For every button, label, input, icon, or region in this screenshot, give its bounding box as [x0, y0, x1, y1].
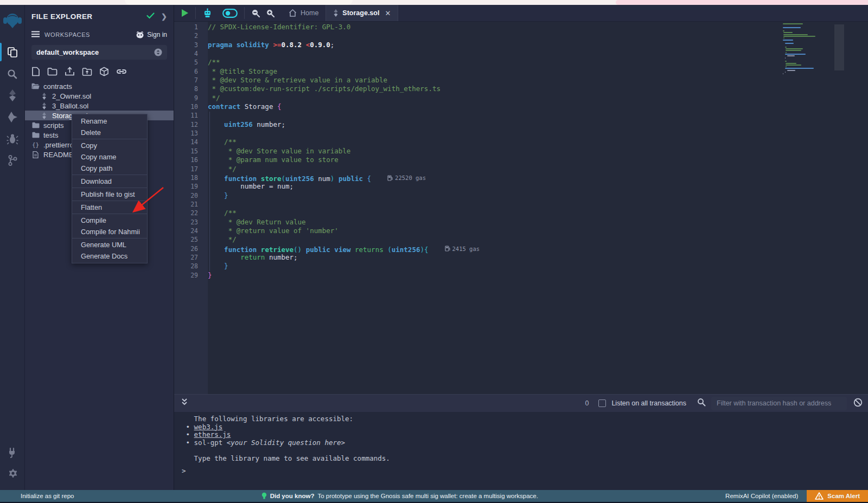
- line-number[interactable]: 25: [174, 235, 198, 244]
- folder-open-icon: [31, 83, 40, 89]
- line-number[interactable]: 1: [174, 23, 198, 31]
- line-number[interactable]: 10: [174, 102, 198, 111]
- line-number[interactable]: 4: [174, 49, 198, 58]
- terminal-search-icon[interactable]: [697, 398, 706, 409]
- line-number[interactable]: 27: [174, 253, 198, 262]
- code-text: * @dev Store & retrieve value in a varia…: [208, 76, 387, 85]
- editor-scrollbar-thumb[interactable]: [834, 24, 844, 70]
- terminal-link-ethers-js[interactable]: ethers.js: [194, 430, 231, 438]
- minimap-line: [786, 66, 787, 67]
- tree-item-contracts[interactable]: contracts: [25, 81, 174, 91]
- new-folder-icon[interactable]: [47, 67, 58, 76]
- rail-file-explorer-icon[interactable]: [0, 41, 25, 63]
- line-number[interactable]: 6: [174, 67, 198, 76]
- workspace-select-spinner-icon: [154, 48, 162, 56]
- code-editor[interactable]: 1// SPDX-License-Identifier: GPL-3.023pr…: [174, 22, 868, 394]
- rail-settings-gear-icon[interactable]: [0, 463, 25, 485]
- line-number[interactable]: 19: [174, 182, 198, 191]
- line-number[interactable]: 24: [174, 227, 198, 235]
- line-number[interactable]: 9: [174, 94, 198, 102]
- zoom-out-icon[interactable]: [245, 5, 263, 21]
- code-line: 7 * @dev Store & retrieve value in a var…: [174, 76, 868, 85]
- code-line: 16 * @param num value to store: [174, 156, 868, 164]
- workspace-select[interactable]: default_workspace: [31, 45, 167, 60]
- line-number[interactable]: 8: [174, 85, 198, 93]
- line-number[interactable]: 12: [174, 120, 198, 129]
- line-number[interactable]: 16: [174, 156, 198, 164]
- line-number[interactable]: 26: [174, 244, 198, 253]
- rail-git-icon[interactable]: [0, 150, 25, 171]
- rail-solidity-compiler-icon[interactable]: [0, 85, 25, 106]
- editor-minimap[interactable]: [783, 23, 832, 75]
- panel-collapse-chevron-icon[interactable]: ❯: [161, 12, 167, 21]
- terminal-prompt[interactable]: >: [182, 467, 868, 475]
- remix-logo-icon[interactable]: [0, 8, 25, 34]
- context-menu-item-copy[interactable]: Copy: [72, 140, 147, 151]
- tab-home[interactable]: Home: [282, 5, 326, 21]
- copilot-toggle[interactable]: [216, 5, 244, 21]
- code-line: 13: [174, 129, 868, 138]
- clear-terminal-ban-icon[interactable]: [853, 398, 863, 409]
- rail-deploy-run-icon[interactable]: [0, 106, 25, 128]
- tree-item-3-ballot-sol[interactable]: 3_Ballot.sol: [25, 101, 174, 111]
- listen-all-transactions-checkbox[interactable]: [598, 399, 606, 407]
- sign-in-button[interactable]: Sign in: [136, 31, 167, 38]
- context-menu-item-generate-docs[interactable]: Generate Docs: [72, 250, 147, 262]
- context-menu-item-flatten[interactable]: Flatten: [72, 202, 147, 213]
- tab-close-icon[interactable]: ✕: [385, 9, 391, 17]
- context-menu-item-copy-path[interactable]: Copy path: [72, 163, 147, 174]
- new-file-icon[interactable]: [31, 67, 40, 76]
- lightbulb-icon: [261, 492, 267, 500]
- context-menu-divider: [72, 188, 147, 188]
- upload-folder-icon[interactable]: [82, 67, 92, 76]
- terminal-link-web3-js[interactable]: web3.js: [194, 423, 223, 431]
- line-number[interactable]: 11: [174, 111, 198, 120]
- zoom-in-icon[interactable]: [263, 5, 282, 21]
- line-number[interactable]: 7: [174, 76, 198, 85]
- git-init-status[interactable]: Initialize as git repo: [21, 493, 74, 499]
- line-number[interactable]: 18: [174, 173, 198, 182]
- line-number[interactable]: 28: [174, 262, 198, 270]
- rail-search-icon[interactable]: [0, 63, 25, 85]
- tree-item-label: README.: [43, 151, 75, 159]
- context-menu-item-compile-for-nahmii[interactable]: Compile for Nahmii: [72, 226, 147, 237]
- transaction-filter-input[interactable]: [711, 397, 847, 410]
- line-number[interactable]: 21: [174, 200, 198, 209]
- terminal-line: Type the library name to see available c…: [182, 455, 868, 463]
- context-menu-item-rename[interactable]: Rename: [72, 115, 147, 127]
- minimap-line: [783, 34, 808, 35]
- line-number[interactable]: 14: [174, 138, 198, 146]
- load-cube-icon[interactable]: [99, 67, 109, 76]
- ai-copilot-robot-icon[interactable]: [196, 5, 216, 21]
- context-menu-item-generate-uml[interactable]: Generate UML: [72, 239, 147, 250]
- line-number[interactable]: 22: [174, 209, 198, 217]
- line-number[interactable]: 5: [174, 58, 198, 67]
- line-number[interactable]: 17: [174, 165, 198, 173]
- line-number[interactable]: 3: [174, 41, 198, 49]
- import-link-icon[interactable]: [116, 68, 127, 75]
- upload-file-icon[interactable]: [65, 67, 75, 76]
- line-number[interactable]: 29: [174, 271, 198, 280]
- context-menu-item-publish-file-to-gist[interactable]: Publish file to gist: [72, 189, 147, 200]
- run-script-button[interactable]: [174, 5, 195, 21]
- context-menu-item-copy-name[interactable]: Copy name: [72, 151, 147, 163]
- terminal-expand-chevrons-icon[interactable]: [181, 398, 188, 409]
- terminal-output[interactable]: The following libraries are accessible: …: [174, 412, 868, 490]
- context-menu-item-delete[interactable]: Delete: [72, 127, 147, 138]
- hamburger-menu-icon[interactable]: [31, 30, 40, 40]
- context-menu-item-download[interactable]: Download: [72, 176, 147, 187]
- tree-item-2-owner-sol[interactable]: 2_Owner.sol: [25, 91, 174, 101]
- line-number[interactable]: 20: [174, 191, 198, 200]
- line-number[interactable]: 13: [174, 129, 198, 138]
- code-text: return number;: [208, 253, 298, 262]
- transaction-count: 0: [585, 399, 589, 407]
- scam-alert-button[interactable]: Scam Alert: [807, 490, 868, 502]
- line-number[interactable]: 15: [174, 147, 198, 156]
- rail-debugger-icon[interactable]: [0, 128, 25, 150]
- copilot-status[interactable]: RemixAI Copilot (enabled): [725, 493, 798, 499]
- rail-plugin-manager-icon[interactable]: [0, 441, 25, 463]
- tab-storage-sol[interactable]: Storage.sol ✕: [326, 5, 398, 21]
- line-number[interactable]: 23: [174, 218, 198, 227]
- context-menu-item-compile[interactable]: Compile: [72, 215, 147, 226]
- line-number[interactable]: 2: [174, 31, 198, 40]
